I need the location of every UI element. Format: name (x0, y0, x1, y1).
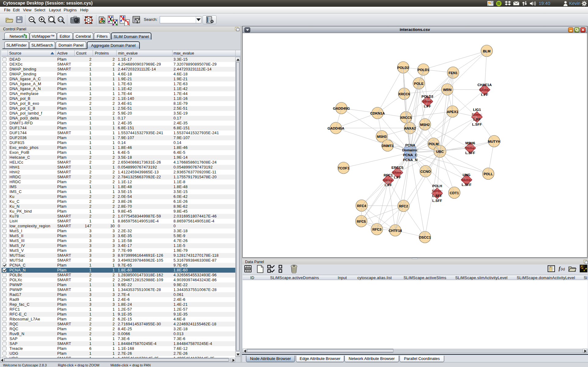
svg-text:1:1: 1:1 (58, 18, 62, 21)
svg-text:APEX1: APEX1 (447, 110, 458, 114)
svg-text:MSH3: MSH3 (377, 135, 387, 138)
svg-text:TCOF1: TCOF1 (338, 166, 349, 170)
svg-text:L.SFF: L.SFF (472, 123, 482, 126)
svg-text:Slims:: Slims: (461, 178, 472, 182)
svg-text:I..FF: I..FF (473, 118, 481, 121)
svg-text:RFC3: RFC3 (372, 228, 381, 231)
svg-text:UNG: UNG (463, 173, 471, 177)
svg-text:Slims:: Slims: (422, 100, 433, 103)
svg-text:BLM: BLM (483, 49, 491, 53)
svg-text:POLD1: POLD1 (418, 68, 430, 72)
svg-text:PCNA: PCNA (405, 143, 415, 147)
svg-text:POLD2: POLD2 (397, 66, 409, 70)
svg-text:L.SFF: L.SFF (432, 194, 442, 198)
svg-text:POLD3: POLD3 (422, 95, 433, 98)
svg-text:RFC2: RFC2 (399, 204, 408, 208)
svg-text:GADD45A: GADD45A (328, 127, 344, 130)
svg-text:XRCC5: XRCC5 (400, 116, 412, 119)
svg-text:CCNO: CCNO (420, 170, 431, 173)
svg-text:Slims:: Slims: (479, 88, 490, 92)
svg-text:MSH2: MSH2 (420, 123, 430, 127)
svg-text:POLH: POLH (432, 184, 442, 188)
svg-text:ANXA2: ANXA2 (404, 127, 416, 130)
svg-text:Domains:: Domains: (402, 148, 418, 152)
svg-text:WRN: WRN (443, 88, 451, 92)
svg-text:XRCC6: XRCC6 (398, 92, 410, 96)
svg-text:Slims:: Slims: (465, 146, 476, 150)
svg-text:GADD45G: GADD45G (333, 107, 350, 110)
svg-text:CHTF18: CHTF18 (389, 229, 402, 233)
svg-text:FEN1: FEN1 (448, 71, 458, 75)
svg-text:RFC4: RFC4 (357, 204, 367, 208)
svg-text:L.SFF: L.SFF (462, 183, 471, 187)
svg-text:ERCC5: ERCC5 (392, 166, 404, 169)
svg-text:RFC5: RFC5 (357, 220, 366, 223)
svg-text:L.SFF: L.SFF (465, 151, 475, 155)
svg-text:Slims:: Slims: (472, 113, 482, 116)
svg-text:POLM: POLM (428, 142, 438, 146)
svg-text:MUTYH: MUTYH (488, 140, 501, 143)
svg-text:I..FF: I..FF (385, 183, 392, 187)
svg-text:DNMT1: DNMT1 (381, 144, 394, 148)
svg-text:UBC: UBC (436, 150, 444, 153)
svg-text:(x): (x) (561, 267, 565, 271)
svg-text:PCNA_C: PCNA_C (403, 153, 417, 157)
svg-text:POLL: POLL (484, 172, 493, 176)
svg-text:CDKN1A: CDKN1A (370, 112, 385, 115)
svg-text:CDT1: CDT1 (450, 191, 459, 195)
svg-text:DSCC1: DSCC1 (419, 236, 431, 239)
svg-text:I..FF: I..FF (481, 93, 488, 96)
svg-text:I..FF: I..FF (424, 104, 431, 108)
svg-text:MSH6: MSH6 (465, 141, 475, 145)
svg-text:L.SFF: L.SFF (432, 199, 442, 202)
svg-text:I..FF: I..FF (394, 176, 401, 179)
svg-text:POLE: POLE (414, 82, 424, 85)
svg-text:LIG1: LIG1 (473, 108, 481, 112)
svg-text:CHAF1A: CHAF1A (478, 83, 492, 87)
svg-text:RFC1: RFC1 (384, 173, 393, 177)
svg-text:PCNA_N: PCNA_N (403, 158, 417, 162)
svg-text:Slims:: Slims: (383, 178, 394, 182)
svg-text:Slims:: Slims: (392, 171, 403, 174)
svg-text:Slims:: Slims: (432, 189, 443, 193)
